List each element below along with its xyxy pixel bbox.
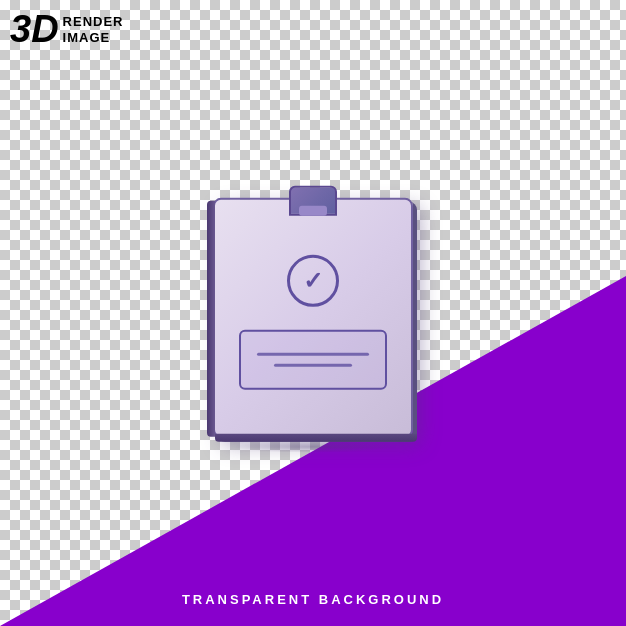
label-image-text: IMAGE — [63, 30, 124, 46]
label-3d: 3D — [10, 10, 59, 48]
clipboard-body: ✓ — [213, 198, 413, 438]
clipboard-clip — [289, 186, 337, 216]
content-line-2 — [274, 364, 352, 367]
clipboard-wrapper: ✓ — [213, 178, 413, 438]
clipboard-left-edge — [207, 201, 215, 437]
transparent-background-label: TRANSPARENT BACKGROUND — [182, 592, 444, 607]
label-render-block: RENDER IMAGE — [63, 10, 124, 45]
bottom-text: TRANSPARENT BACKGROUND — [0, 590, 626, 608]
content-box — [239, 330, 387, 390]
content-line-1 — [257, 353, 369, 356]
check-mark-icon: ✓ — [303, 269, 323, 293]
clipboard-shadow — [233, 441, 393, 453]
check-circle: ✓ — [287, 255, 339, 307]
main-container: 3D RENDER IMAGE ✓ — [0, 0, 626, 626]
top-label: 3D RENDER IMAGE — [10, 10, 123, 48]
label-render-text: RENDER — [63, 14, 124, 30]
clipboard: ✓ — [213, 178, 413, 438]
